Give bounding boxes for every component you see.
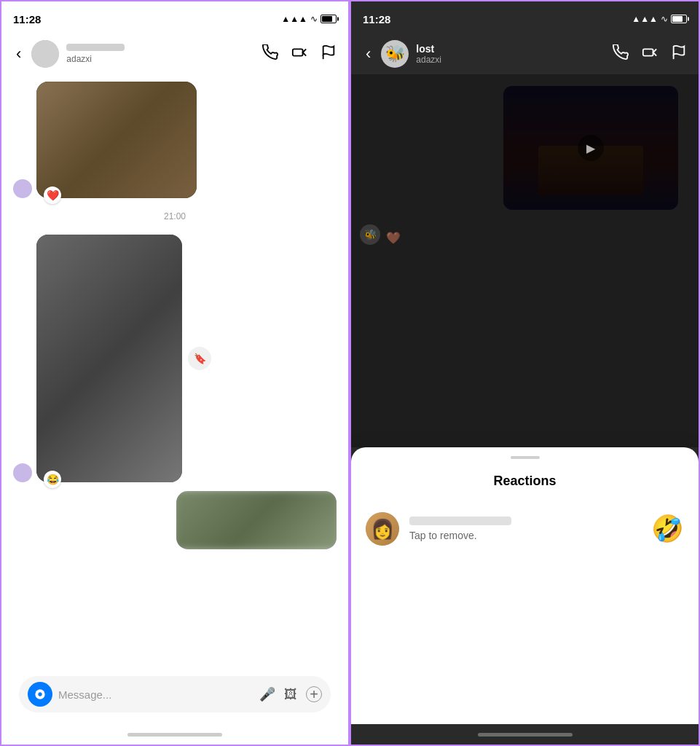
signal-icon-right: ▲▲▲: [632, 14, 658, 24]
right-panel: 11:28 ▲▲▲ ∿ ‹ 🐝 lost adazxi: [350, 0, 700, 746]
nav-actions-right: [613, 44, 687, 64]
sender-avatar-2: [13, 463, 32, 482]
message-received-1: ❤️: [13, 82, 337, 198]
battery-icon-left: [320, 15, 337, 23]
message-sent-1: [13, 491, 337, 549]
reactions-bottom-sheet: Reactions 👩 Tap to remove.: [351, 447, 699, 724]
sent-media-bubble[interactable]: [176, 491, 337, 549]
home-indicator-left: [1, 724, 348, 745]
time-right: 11:28: [363, 13, 390, 25]
reaction-user-avatar: 👩: [366, 512, 399, 546]
nav-actions-left: [262, 44, 337, 64]
media-bubble-1[interactable]: [36, 82, 197, 198]
home-bar-left: [127, 733, 222, 737]
tap-to-remove-label: Tap to remove.: [409, 530, 641, 541]
contact-name-left: [66, 44, 255, 51]
wifi-icon: ∿: [310, 14, 318, 24]
time-left: 11:28: [13, 13, 41, 25]
contact-info-right: lost adazxi: [416, 43, 605, 65]
reactions-title: Reactions: [366, 474, 684, 489]
home-indicator-right: [351, 724, 699, 745]
sheet-handle: [511, 456, 540, 459]
nav-bar-left: ‹ adazxi: [1, 34, 348, 74]
reaction-user-info: Tap to remove.: [409, 517, 641, 541]
svg-point-3: [38, 692, 42, 696]
reaction-list-item[interactable]: 👩 Tap to remove. 🤣: [366, 506, 684, 551]
media-wrapper-2: 😂 🔖: [36, 235, 182, 482]
bookmark-button[interactable]: 🔖: [188, 347, 211, 370]
contact-name-right: lost: [416, 43, 605, 55]
home-bar-right: [478, 733, 573, 737]
plus-icon[interactable]: +: [306, 686, 322, 702]
contact-avatar-left: [31, 40, 59, 68]
message-received-2: 😂 🔖: [13, 235, 337, 482]
status-icons-left: ▲▲▲ ∿: [281, 14, 337, 24]
nav-bar-right: ‹ 🐝 lost adazxi: [351, 34, 699, 74]
chat-area-left: ❤️ 21:00 😂 🔖: [1, 74, 348, 667]
camera-button[interactable]: [28, 682, 52, 707]
battery-icon-right: [671, 15, 687, 23]
battery-fill: [322, 16, 332, 22]
flag-icon-right[interactable]: [671, 44, 687, 64]
reaction-user-name-placeholder: [409, 517, 511, 525]
wifi-icon-right: ∿: [661, 14, 668, 24]
sheet-overlay: [351, 74, 699, 447]
contact-info-left: adazxi: [66, 44, 255, 64]
status-bar-right: 11:28 ▲▲▲ ∿: [351, 1, 699, 34]
call-icon-right[interactable]: [613, 44, 629, 64]
video-icon-left[interactable]: [291, 44, 307, 64]
timestamp-1: 21:00: [13, 211, 337, 221]
media-bubble-2[interactable]: [36, 235, 182, 482]
media-wrapper-1: ❤️: [36, 82, 197, 198]
video-icon-right[interactable]: [642, 44, 658, 64]
back-button-right[interactable]: ‹: [363, 42, 374, 66]
input-actions: 🎤 🖼 +: [259, 686, 322, 702]
image-icon[interactable]: 🖼: [284, 687, 297, 702]
input-bar: Message... 🎤 🖼 +: [19, 676, 331, 712]
signal-icon: ▲▲▲: [281, 14, 307, 24]
message-input[interactable]: Message...: [58, 688, 253, 701]
left-panel: 11:28 ▲▲▲ ∿ ‹ adazxi: [0, 0, 350, 746]
back-button-left[interactable]: ‹: [13, 42, 24, 66]
contact-sub-left: adazxi: [66, 54, 255, 64]
reaction-emoji: 🤣: [651, 514, 684, 544]
mic-icon[interactable]: 🎤: [259, 686, 275, 702]
battery-fill-right: [672, 16, 683, 22]
status-bar-left: 11:28 ▲▲▲ ∿: [1, 1, 348, 34]
flag-icon-left[interactable]: [320, 44, 337, 64]
reaction-laugh: 😂: [44, 471, 61, 488]
sender-avatar-1: [13, 179, 32, 198]
dark-chat-area: ▶ 🐝 🤎 Reactions 👩 Tap to remove.: [351, 74, 699, 724]
contact-sub-right: adazxi: [416, 55, 605, 65]
status-icons-right: ▲▲▲ ∿: [632, 14, 687, 24]
input-area: Message... 🎤 🖼 +: [1, 667, 348, 724]
reaction-heart: ❤️: [44, 186, 61, 204]
contact-avatar-right: 🐝: [381, 40, 409, 68]
svg-rect-0: [293, 49, 303, 55]
svg-rect-5: [643, 49, 653, 55]
call-icon-left[interactable]: [262, 44, 278, 64]
